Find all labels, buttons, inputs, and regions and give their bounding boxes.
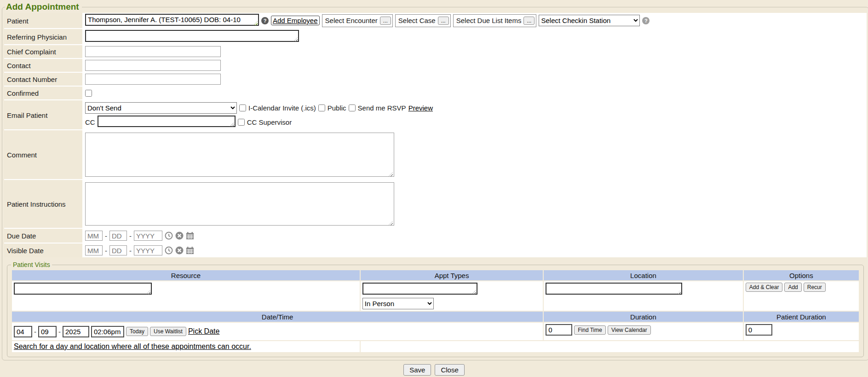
visible-date-day-input[interactable]	[109, 245, 127, 255]
visible-date-month-input[interactable]	[85, 245, 103, 255]
visible-date-year-input[interactable]	[134, 245, 162, 255]
resource-input[interactable]	[14, 283, 152, 295]
add-employee-link[interactable]: Add Employee	[273, 17, 318, 24]
resource-cell	[12, 281, 360, 311]
due-date-month-input[interactable]	[85, 231, 103, 241]
due-date-time-icon[interactable]	[165, 232, 173, 240]
use-waitlist-button[interactable]: Use Waitlist	[150, 327, 186, 336]
patient-visits-legend: Patient Visits	[11, 261, 52, 268]
page-title: Add Appointment	[5, 2, 82, 12]
select-encounter-group: Select Encounter ...	[322, 14, 393, 27]
cc-supervisor-checkbox[interactable]	[238, 119, 245, 126]
contact-row: Contact	[4, 59, 867, 72]
chief-complaint-input[interactable]	[85, 46, 221, 57]
options-cell: Add & Clear Add Recur	[744, 281, 859, 311]
cc-supervisor-label: CC Supervisor	[247, 118, 292, 126]
due-date-calendar-icon[interactable]	[186, 232, 194, 240]
location-input[interactable]	[546, 283, 682, 295]
view-calendar-button[interactable]: View Calendar	[608, 325, 651, 335]
select-encounter-button[interactable]: ...	[380, 17, 391, 25]
visit-day-input[interactable]	[38, 326, 57, 337]
appt-types-input[interactable]	[362, 283, 477, 295]
location-cell	[544, 281, 742, 311]
patient-help-icon[interactable]: ?	[261, 17, 269, 24]
comment-label: Comment	[4, 130, 82, 179]
cc-input[interactable]	[98, 116, 236, 127]
send-rsvp-checkbox[interactable]	[349, 104, 356, 111]
options-header: Options	[744, 270, 859, 280]
due-date-clear-icon[interactable]	[175, 232, 184, 240]
date-time-cell: -- Today Use Waitlist Pick Date	[12, 323, 543, 340]
public-label: Public	[328, 104, 346, 112]
email-patient-label: Email Patient	[4, 100, 82, 129]
form-footer: Save Close	[0, 364, 868, 376]
select-case-button[interactable]: ...	[438, 17, 449, 25]
referring-physician-input[interactable]	[85, 30, 299, 42]
preview-link[interactable]: Preview	[408, 104, 433, 112]
search-row-spacer	[361, 341, 859, 352]
contact-input[interactable]	[85, 60, 221, 71]
visit-month-input[interactable]	[14, 326, 32, 337]
save-button[interactable]: Save	[403, 364, 431, 376]
public-checkbox[interactable]	[318, 104, 325, 111]
visible-date-calendar-icon[interactable]	[186, 246, 194, 255]
visible-date-time-icon[interactable]	[165, 246, 173, 255]
search-day-location-link[interactable]: Search for a day and location where all …	[14, 342, 251, 350]
email-patient-row: Email Patient Don't Send I-Calendar Invi…	[4, 100, 867, 129]
visible-date-clear-icon[interactable]	[175, 246, 184, 255]
referring-physician-label: Referring Physician	[4, 29, 82, 44]
select-due-list-label: Select Due List Items	[456, 17, 522, 24]
pick-date-link[interactable]: Pick Date	[188, 327, 219, 336]
ical-invite-checkbox[interactable]	[239, 104, 246, 111]
contact-number-row: Contact Number	[4, 73, 867, 86]
comment-textarea[interactable]	[85, 133, 394, 177]
appt-types-header: Appt Types	[361, 270, 543, 280]
patient-instructions-row: Patient Instructions	[4, 180, 867, 228]
contact-number-label: Contact Number	[4, 73, 82, 86]
patient-duration-header: Patient Duration	[744, 312, 859, 322]
add-button[interactable]: Add	[784, 283, 801, 292]
patient-row: Patient Thompson, Jennifer A. (TEST-1006…	[4, 13, 867, 28]
patient-label: Patient	[4, 13, 82, 28]
patient-instructions-label: Patient Instructions	[4, 180, 82, 228]
patient-instructions-textarea[interactable]	[85, 182, 394, 226]
due-date-year-input[interactable]	[134, 231, 162, 241]
send-rsvp-label: Send me RSVP	[358, 104, 406, 112]
visit-time-input[interactable]	[91, 326, 124, 337]
select-case-group: Select Case ...	[395, 14, 451, 27]
referring-physician-row: Referring Physician	[4, 29, 867, 44]
today-button[interactable]: Today	[126, 327, 148, 336]
date-time-header: Date/Time	[12, 312, 543, 322]
search-day-cell: Search for a day and location where all …	[12, 341, 360, 352]
due-date-day-input[interactable]	[109, 231, 127, 241]
ical-invite-label: I-Calendar Invite (.ics)	[248, 104, 316, 112]
appt-types-cell: In Person	[361, 281, 543, 311]
contact-label: Contact	[4, 59, 82, 72]
recur-button[interactable]: Recur	[804, 283, 826, 292]
chief-complaint-row: Chief Complaint	[4, 45, 867, 58]
visit-type-select[interactable]: In Person	[362, 298, 434, 309]
patient-duration-input[interactable]	[746, 324, 772, 336]
close-button[interactable]: Close	[435, 364, 464, 376]
email-send-select[interactable]: Don't Send	[85, 102, 237, 114]
select-encounter-label: Select Encounter	[325, 17, 378, 24]
confirmed-checkbox[interactable]	[85, 90, 92, 97]
select-due-list-group: Select Due List Items ...	[453, 14, 537, 27]
checkin-station-select[interactable]: Select Checkin Station	[539, 15, 640, 26]
patient-duration-cell	[744, 323, 859, 340]
visit-year-input[interactable]	[63, 326, 89, 337]
checkin-help-icon[interactable]: ?	[642, 17, 650, 24]
find-time-button[interactable]: Find Time	[574, 325, 606, 335]
patient-input[interactable]: Thompson, Jennifer A. (TEST-10065) DOB: …	[85, 14, 259, 26]
cc-label: CC	[85, 118, 95, 126]
confirmed-label: Confirmed	[4, 87, 82, 99]
comment-row: Comment	[4, 130, 867, 179]
appointment-form: Patient Thompson, Jennifer A. (TEST-1006…	[4, 13, 867, 257]
contact-number-input[interactable]	[85, 74, 221, 85]
duration-input[interactable]	[546, 324, 572, 336]
add-clear-button[interactable]: Add & Clear	[746, 283, 783, 292]
location-header: Location	[544, 270, 742, 280]
select-due-list-button[interactable]: ...	[523, 17, 535, 25]
duration-header: Duration	[544, 312, 742, 322]
select-case-label: Select Case	[398, 17, 436, 24]
